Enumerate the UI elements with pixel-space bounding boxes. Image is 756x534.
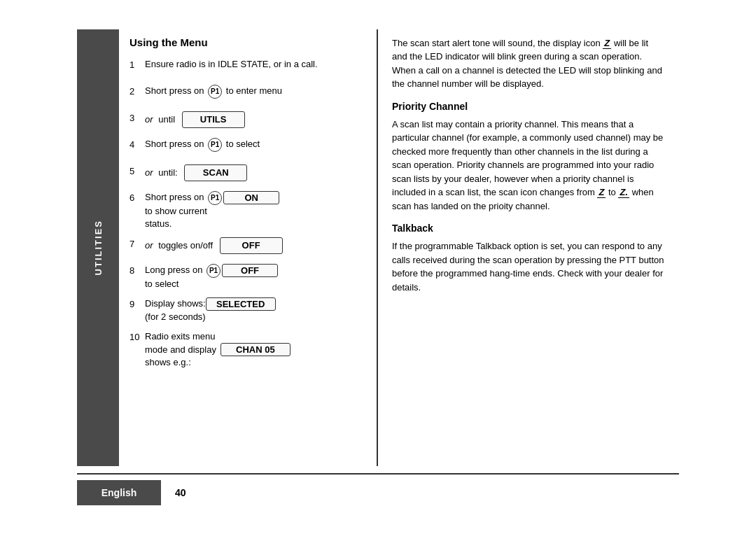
step-content-10: Radio exits menu mode and display CHAN 0… (145, 330, 363, 369)
display-box-off1: OFF (220, 237, 283, 254)
toggles-text: toggles on/off (156, 239, 216, 252)
step-3: 3 or until UTILS (130, 111, 363, 131)
step-content-7: or toggles on/off OFF (145, 237, 363, 254)
step-content-4: Short press on P1 to select (145, 138, 363, 152)
step-num-8: 8 (130, 264, 145, 276)
scan-icon-z2: Z (597, 187, 606, 198)
display-box-chan: CHAN 05 (220, 343, 290, 356)
display-box-on: ON (223, 191, 279, 204)
step-10-line2: mode and display CHAN 05 (145, 343, 363, 356)
footer-language: English (77, 480, 161, 505)
step-num-4: 4 (130, 138, 145, 150)
step-8-text: Long press on P1 (145, 264, 222, 278)
display-box-scan: SCAN (184, 164, 247, 181)
talkback-title: Talkback (392, 223, 665, 234)
btn-p1-step4: P1 (208, 138, 222, 152)
main-content: UTILITIES Using the Menu 1 Ensure radio … (77, 29, 679, 466)
step-8-line1: Long press on P1 OFF (145, 264, 363, 278)
sidebar-label: UTILITIES (93, 220, 104, 275)
step-content-2: Short press on P1 to enter menu (145, 85, 363, 99)
step-content-1: Ensure radio is in IDLE STATE, or in a c… (145, 58, 363, 71)
scan-icon-z3: Z. (618, 187, 629, 198)
step-4: 4 Short press on P1 to select (130, 138, 363, 157)
sidebar: UTILITIES (77, 29, 119, 466)
display-box-off2: OFF (222, 264, 278, 277)
step-num-10: 10 (130, 330, 145, 342)
step-6-line3: status. (145, 218, 363, 230)
section-title: Using the Menu (130, 36, 363, 48)
footer: English 40 (77, 473, 679, 505)
or-text-7: or (145, 239, 153, 252)
until-text-3: until (156, 113, 178, 126)
btn-p1-step8: P1 (206, 264, 220, 278)
left-column: Using the Menu 1 Ensure radio is in IDLE… (119, 29, 378, 466)
step-8-line2: to select (145, 278, 363, 290)
or-text-5: or (145, 167, 153, 179)
step-num-6: 6 (130, 191, 145, 203)
step-6-line2: to show current (145, 205, 363, 218)
step-10-line3: shows e.g.: (145, 356, 363, 369)
priority-channel-title: Priority Channel (392, 101, 665, 112)
step-7: 7 or toggles on/off OFF (130, 237, 363, 257)
talkback-text: If the programmable Talkback option is s… (392, 239, 665, 294)
page-container: UTILITIES Using the Menu 1 Ensure radio … (77, 29, 679, 505)
step-9: 9 Display shows: SELECTED (for 2 seconds… (130, 297, 363, 323)
footer-page-num: 40 (175, 487, 186, 498)
scan-icon-z: Z (603, 38, 611, 49)
or-text-3: or (145, 113, 153, 126)
btn-p1-step2: P1 (208, 85, 222, 99)
step-num-1: 1 (130, 58, 145, 70)
display-box-utils: UTILS (182, 111, 245, 128)
step-1: 1 Ensure radio is in IDLE STATE, or in a… (130, 58, 363, 78)
step-num-3: 3 (130, 111, 145, 123)
step-num-7: 7 (130, 237, 145, 249)
step-8: 8 Long press on P1 OFF to select (130, 264, 363, 290)
step-10-text: mode and display (145, 344, 216, 356)
until-text-5: until: (156, 167, 181, 179)
step-num-9: 9 (130, 297, 145, 309)
btn-p1-step6: P1 (208, 191, 222, 205)
step-10-line1: Radio exits menu (145, 330, 363, 343)
step-content-8: Long press on P1 OFF to select (145, 264, 363, 290)
step-content-9: Display shows: SELECTED (for 2 seconds) (145, 297, 363, 323)
step-6-line1: Short press on P1 ON (145, 191, 363, 205)
step-9-line2: (for 2 seconds) (145, 311, 363, 323)
step-2: 2 Short press on P1 to enter menu (130, 85, 363, 104)
step-10: 10 Radio exits menu mode and display CHA… (130, 330, 363, 369)
step-num-2: 2 (130, 85, 145, 97)
step-5: 5 or until: SCAN (130, 164, 363, 184)
right-column: The scan start alert tone will sound, th… (378, 29, 679, 466)
display-box-selected: SELECTED (206, 297, 276, 311)
step-9-text: Display shows: (145, 297, 206, 310)
step-9-line1: Display shows: SELECTED (145, 297, 363, 311)
step-6: 6 Short press on P1 ON to show current s… (130, 191, 363, 230)
step-num-5: 5 (130, 164, 145, 176)
step-6-text: Short press on P1 (145, 191, 223, 205)
priority-text: A scan list may contain a priority chann… (392, 118, 665, 213)
step-content-5: or until: SCAN (145, 164, 363, 181)
step-content-6: Short press on P1 ON to show current sta… (145, 191, 363, 230)
step-content-3: or until UTILS (145, 111, 363, 128)
intro-text: The scan start alert tone will sound, th… (392, 36, 665, 91)
